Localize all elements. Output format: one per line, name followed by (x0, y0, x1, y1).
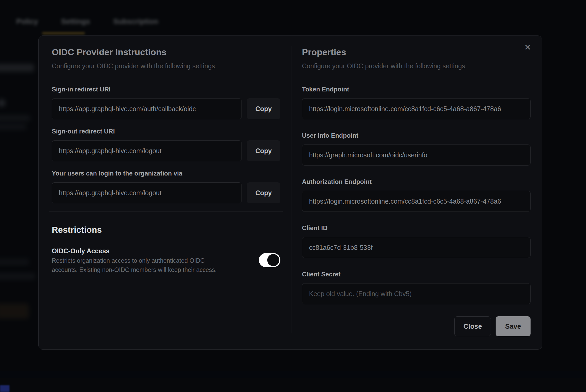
user-info-endpoint-label: User Info Endpoint (302, 131, 531, 140)
user-info-endpoint-field: User Info Endpoint (302, 131, 531, 166)
properties-subtitle: Configure your OIDC provider with the fo… (302, 61, 531, 70)
user-info-endpoint-input[interactable] (302, 145, 531, 166)
instructions-title: OIDC Provider Instructions (52, 46, 280, 58)
oidc-only-access-title: OIDC-Only Access (52, 246, 230, 255)
sign-out-redirect-label: Sign-out redirect URI (52, 127, 280, 136)
authorization-endpoint-label: Authorization Endpoint (302, 178, 531, 186)
authorization-endpoint-field: Authorization Endpoint (302, 178, 531, 212)
token-endpoint-label: Token Endpoint (302, 85, 531, 94)
close-button[interactable]: Close (454, 316, 491, 336)
oidc-only-access-toggle[interactable] (259, 253, 280, 267)
copy-button[interactable]: Copy (247, 140, 280, 161)
restrictions-heading: Restrictions (52, 224, 280, 236)
sign-out-redirect-input[interactable] (52, 140, 242, 161)
oidc-only-access-description: Restricts organization access to only au… (52, 256, 230, 275)
sign-in-redirect-label: Sign-in redirect URI (52, 85, 280, 94)
oidc-settings-modal: ✕ OIDC Provider Instructions Configure y… (38, 35, 542, 350)
oidc-only-access-row: OIDC-Only Access Restricts organization … (52, 246, 280, 275)
copy-button[interactable]: Copy (247, 182, 280, 203)
authorization-endpoint-input[interactable] (302, 191, 531, 212)
client-secret-field: Client Secret (302, 270, 531, 304)
login-via-label: Your users can login to the organization… (52, 169, 280, 178)
client-id-label: Client ID (302, 224, 531, 232)
section-divider (49, 211, 283, 212)
toggle-thumb (267, 254, 279, 266)
sign-out-redirect-field: Sign-out redirect URI Copy (52, 127, 280, 161)
token-endpoint-input[interactable] (302, 98, 531, 119)
sign-in-redirect-input[interactable] (52, 98, 242, 119)
client-id-field: Client ID (302, 224, 531, 258)
save-button[interactable]: Save (496, 316, 531, 336)
sign-in-redirect-field: Sign-in redirect URI Copy (52, 85, 280, 119)
modal-footer: Close Save (302, 316, 531, 336)
client-secret-input[interactable] (302, 283, 531, 304)
properties-column: Properties Configure your OIDC provider … (302, 46, 531, 336)
login-via-input[interactable] (52, 182, 242, 203)
column-divider (291, 46, 291, 333)
copy-button[interactable]: Copy (247, 98, 280, 119)
client-id-input[interactable] (302, 237, 531, 258)
instructions-subtitle: Configure your OIDC provider with the fo… (52, 61, 280, 70)
token-endpoint-field: Token Endpoint (302, 85, 531, 119)
instructions-column: OIDC Provider Instructions Configure you… (52, 46, 280, 275)
properties-title: Properties (302, 46, 531, 58)
login-via-field: Your users can login to the organization… (52, 169, 280, 203)
client-secret-label: Client Secret (302, 270, 531, 278)
